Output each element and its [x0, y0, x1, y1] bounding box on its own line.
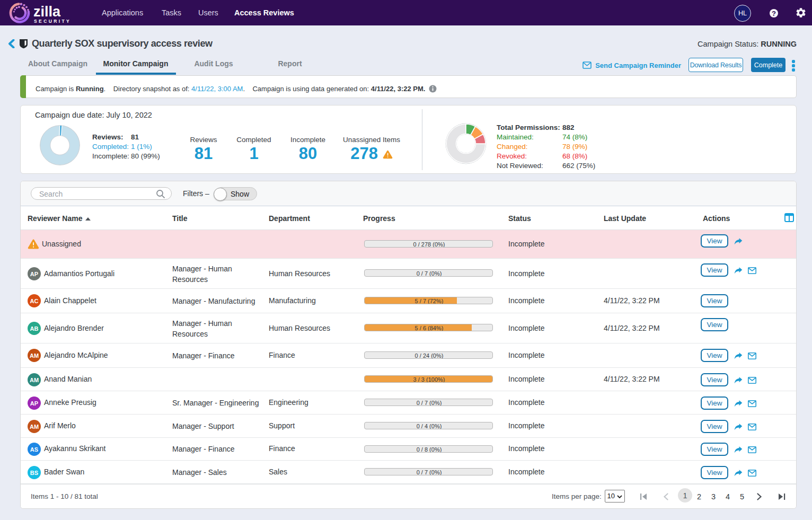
svg-text:zilla: zilla — [33, 4, 61, 20]
svg-text:SECURITY: SECURITY — [34, 19, 71, 24]
